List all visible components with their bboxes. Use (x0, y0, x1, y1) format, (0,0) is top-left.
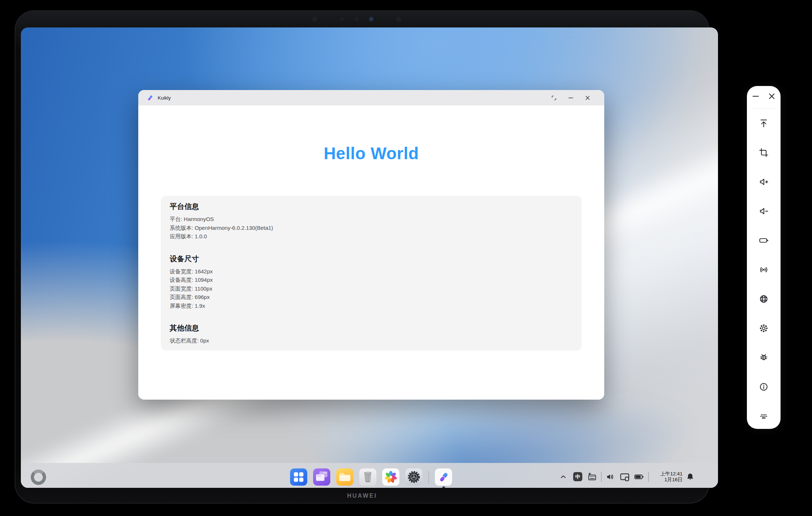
dock (290, 468, 452, 486)
info-icon[interactable] (756, 379, 771, 394)
system-tray: 中 上午12:41 1月16日 (559, 468, 695, 485)
files-icon[interactable] (336, 468, 353, 486)
section-line: 页面高度: 696px (170, 293, 573, 302)
section-line: 系统版本: OpenHarmony-6.0.2.130(Beta1) (170, 224, 573, 232)
bell-icon[interactable] (685, 472, 695, 481)
battery-icon[interactable] (634, 472, 644, 482)
camera-dot (354, 17, 359, 21)
toolbar-window-buttons (747, 91, 781, 101)
globe-icon[interactable] (756, 292, 771, 306)
toolbar-close-icon[interactable] (767, 91, 777, 101)
settings-gear-icon[interactable] (756, 321, 771, 336)
camera-dot (383, 18, 385, 20)
kuikly-app-window: Kuikly Hello World 平台信息平台: HarmonyOS系统版本… (138, 90, 604, 400)
tray-divider (601, 472, 602, 482)
app-grid-icon[interactable] (290, 468, 307, 486)
camera-dot (340, 17, 344, 21)
clock[interactable]: 上午12:41 1月16日 (653, 471, 683, 483)
volume-up-icon[interactable] (756, 175, 771, 189)
location-beacon-icon[interactable] (756, 262, 771, 277)
chevron-up-icon[interactable] (559, 473, 568, 481)
kuikly-icon[interactable] (435, 468, 452, 486)
volume-down-icon[interactable] (756, 204, 771, 218)
section-line: 状态栏高度: 0px (170, 336, 573, 345)
section-line: 平台: HarmonyOS (170, 215, 573, 224)
section-line: 设备宽度: 1642px (170, 267, 573, 276)
arrow-up-icon[interactable] (756, 116, 771, 131)
camera-dot (396, 16, 401, 22)
screenshot-crop-icon[interactable] (756, 145, 771, 160)
home-ring-button[interactable] (31, 470, 46, 485)
battery-icon[interactable] (756, 233, 771, 248)
running-indicator-dot (442, 486, 445, 488)
device-screen: Kuikly Hello World 平台信息平台: HarmonyOS系统版本… (21, 27, 718, 488)
tray-divider (648, 472, 649, 482)
toolbar-divider (752, 108, 776, 109)
info-sections: 平台信息平台: HarmonyOS系统版本: OpenHarmony-6.0.2… (170, 202, 573, 345)
keyboard-icon[interactable] (756, 409, 771, 423)
window-titlebar[interactable]: Kuikly (138, 90, 604, 105)
section-line: 应用版本: 1.0.0 (170, 232, 573, 241)
section-line: 屏幕密度: 1.9x (170, 302, 573, 310)
multitask-icon[interactable] (313, 468, 330, 486)
settings-icon[interactable] (405, 468, 422, 486)
section-line: 页面宽度: 1100px (170, 284, 573, 293)
platform-info-panel: 平台信息平台: HarmonyOS系统版本: OpenHarmony-6.0.2… (161, 196, 582, 351)
maximize-icon[interactable] (549, 93, 559, 102)
info-section: 平台信息平台: HarmonyOS系统版本: OpenHarmony-6.0.2… (170, 202, 573, 241)
toolbar-minimize-icon[interactable] (751, 91, 760, 101)
section-heading: 平台信息 (170, 202, 573, 211)
section-line: 设备高度: 1094px (170, 276, 573, 284)
speaker-icon[interactable] (605, 472, 616, 482)
keyboard-pen-icon[interactable] (587, 472, 597, 482)
emulator-toolbar (747, 86, 781, 429)
hello-world-title: Hello World (138, 143, 604, 163)
kuikly-logo-icon (147, 95, 153, 101)
dock-divider (428, 471, 429, 483)
minimize-icon[interactable] (566, 93, 575, 102)
info-section: 设备尺寸设备宽度: 1642px设备高度: 1094px页面宽度: 1100px… (170, 254, 573, 310)
section-heading: 设备尺寸 (170, 254, 573, 263)
window-controls (549, 90, 592, 105)
info-section: 其他信息状态栏高度: 0px (170, 323, 573, 345)
clock-time: 上午12:41 (653, 471, 683, 477)
toolbar-tools (747, 116, 781, 423)
section-heading: 其他信息 (170, 323, 573, 333)
display-icon[interactable] (619, 472, 630, 482)
emulator-stage: HUAWEI Kuikly (0, 0, 812, 516)
window-title: Kuikly (158, 95, 171, 101)
trash-icon[interactable] (359, 468, 376, 486)
debug-bug-icon[interactable] (756, 350, 771, 365)
camera-dot (312, 16, 317, 22)
clock-date: 1月16日 (653, 477, 683, 483)
close-icon[interactable] (583, 93, 592, 102)
camera-lens-dot (369, 17, 373, 21)
huawei-logo: HUAWEI (15, 493, 710, 499)
gallery-icon[interactable] (382, 468, 399, 486)
ime-indicator[interactable]: 中 (573, 472, 582, 481)
